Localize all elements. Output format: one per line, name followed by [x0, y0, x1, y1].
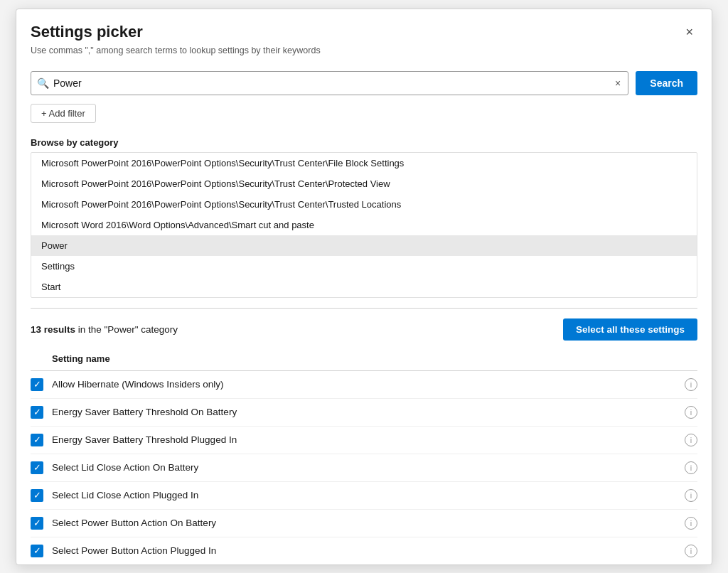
setting-name: Select Power Button Action Plugged In — [52, 545, 679, 556]
setting-name: Allow Hibernate (Windows Insiders only) — [52, 379, 679, 390]
list-item-power[interactable]: Power — [31, 235, 697, 256]
setting-name: Select Lid Close Action On Battery — [52, 462, 679, 473]
info-icon[interactable]: i — [685, 461, 697, 474]
check-icon: ✓ — [33, 463, 41, 472]
search-input[interactable] — [53, 77, 614, 89]
search-box: 🔍 × — [31, 71, 628, 95]
dialog-subtitle: Use commas "," among search terms to loo… — [31, 45, 697, 55]
add-filter-button[interactable]: + Add filter — [31, 104, 96, 123]
info-icon[interactable]: i — [685, 489, 697, 502]
setting-checkbox[interactable]: ✓ — [31, 406, 43, 419]
table-row: ✓ Select Lid Close Action On Battery i — [31, 454, 697, 482]
setting-checkbox[interactable]: ✓ — [31, 545, 43, 557]
settings-picker-dialog: Settings picker × Use commas "," among s… — [16, 9, 712, 565]
setting-name-column-header: Setting name — [31, 353, 110, 364]
setting-checkbox[interactable]: ✓ — [31, 434, 43, 446]
setting-checkbox[interactable]: ✓ — [31, 461, 43, 474]
list-item[interactable]: Microsoft Word 2016\Word Options\Advance… — [31, 215, 697, 235]
setting-checkbox[interactable]: ✓ — [31, 378, 43, 391]
info-icon[interactable]: i — [685, 434, 697, 446]
list-item[interactable]: Microsoft PowerPoint 2016\PowerPoint Opt… — [31, 173, 697, 194]
settings-list: ✓ Allow Hibernate (Windows Insiders only… — [31, 371, 697, 564]
table-row: ✓ Energy Saver Battery Threshold On Batt… — [31, 399, 697, 427]
table-row: ✓ Allow Hibernate (Windows Insiders only… — [31, 371, 697, 399]
table-row: ✓ Select Power Button Action On Battery … — [31, 510, 697, 537]
setting-name: Energy Saver Battery Threshold On Batter… — [52, 407, 679, 417]
setting-name: Energy Saver Battery Threshold Plugged I… — [52, 434, 679, 445]
list-item[interactable]: Start — [31, 277, 697, 297]
info-icon[interactable]: i — [685, 378, 697, 391]
setting-name: Select Power Button Action On Battery — [52, 518, 679, 528]
search-icon: 🔍 — [37, 77, 49, 89]
check-icon: ✓ — [33, 380, 41, 389]
setting-checkbox[interactable]: ✓ — [31, 517, 43, 530]
setting-name: Select Lid Close Action Plugged In — [52, 490, 679, 500]
results-count: 13 results in the "Power" category — [31, 324, 178, 335]
check-icon: ✓ — [33, 518, 41, 528]
table-row: ✓ Energy Saver Battery Threshold Plugged… — [31, 427, 697, 454]
table-row: ✓ Select Lid Close Action Plugged In i — [31, 482, 697, 510]
list-item[interactable]: Settings — [31, 256, 697, 277]
info-icon[interactable]: i — [685, 517, 697, 530]
dialog-title: Settings picker — [31, 23, 143, 41]
search-clear-icon[interactable]: × — [614, 77, 622, 89]
check-icon: ✓ — [33, 407, 41, 417]
browse-list-container: Microsoft PowerPoint 2016\PowerPoint Opt… — [31, 152, 697, 298]
settings-table-header: Setting name — [31, 348, 697, 371]
dialog-header: Settings picker × Use commas "," among s… — [16, 9, 712, 63]
search-row: 🔍 × Search — [16, 63, 712, 101]
info-icon[interactable]: i — [685, 545, 697, 557]
list-item[interactable]: Microsoft PowerPoint 2016\PowerPoint Opt… — [31, 194, 697, 215]
browse-section: Browse by category Microsoft PowerPoint … — [16, 132, 712, 298]
browse-list: Microsoft PowerPoint 2016\PowerPoint Opt… — [31, 153, 697, 297]
close-button[interactable]: × — [681, 22, 697, 43]
select-all-button[interactable]: Select all these settings — [563, 318, 697, 341]
results-header: 13 results in the "Power" category Selec… — [31, 318, 697, 341]
list-item[interactable]: Microsoft PowerPoint 2016\PowerPoint Opt… — [31, 153, 697, 173]
info-icon[interactable]: i — [685, 406, 697, 419]
check-icon: ✓ — [33, 435, 41, 444]
filter-row: + Add filter — [16, 101, 712, 132]
search-button[interactable]: Search — [636, 71, 697, 95]
check-icon: ✓ — [33, 491, 41, 500]
check-icon: ✓ — [33, 546, 41, 555]
setting-checkbox[interactable]: ✓ — [31, 489, 43, 502]
results-section: 13 results in the "Power" category Selec… — [16, 318, 712, 564]
table-row: ✓ Select Power Button Action Plugged In … — [31, 537, 697, 564]
section-divider — [31, 308, 697, 309]
browse-label: Browse by category — [31, 137, 697, 148]
